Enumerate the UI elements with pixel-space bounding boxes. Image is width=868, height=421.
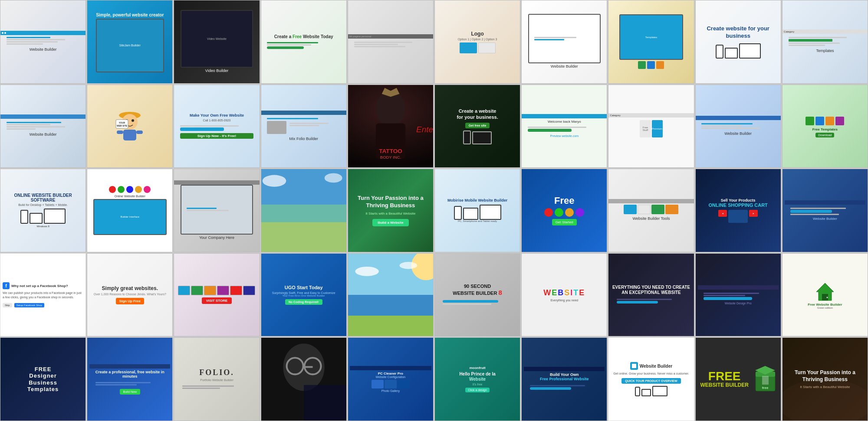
passion-main-title2: Thriving Business — [366, 202, 415, 209]
grid-cell-r4c1[interactable]: f Why not set up a Facebook Shop? We can… — [0, 253, 86, 337]
cell-label-r1c3: Video Builder — [204, 68, 229, 74]
svg-text:free: free — [762, 386, 768, 390]
cell-label-r1c7: Website Builder — [550, 63, 579, 69]
grid-cell-r4c7-website3d[interactable]: WEBSITE Everything you need — [521, 253, 607, 337]
svg-rect-5 — [123, 130, 136, 140]
cell-label-r1c6: Logo — [470, 30, 484, 38]
grid-cell-r1c8[interactable]: Templates — [608, 0, 694, 84]
passion-main-sub: It Starts with a Beautiful Website — [365, 212, 415, 215]
online-wb-title: ONLINE WEBSITE BUILDER SOFTWARE — [3, 193, 83, 202]
grid-cell-r3c1[interactable]: ONLINE WEBSITE BUILDER SOFTWARE Build fo… — [0, 169, 86, 252]
svg-text:YOUR: YOUR — [119, 121, 125, 124]
svg-rect-37 — [304, 385, 346, 421]
website-3d-text: WEBSITE — [543, 288, 585, 297]
svg-rect-24 — [348, 316, 433, 336]
grid-cell-r2c7[interactable]: Welcome back Maryo Preview website.com — [521, 85, 607, 168]
cell-label-r2c10: Free Templates — [812, 127, 838, 131]
grid-cell-r1c10[interactable]: Category Templates — [782, 0, 868, 84]
svg-rect-35 — [303, 366, 312, 368]
grid-cell-r2c2[interactable]: YOUR WEB SITE — [87, 85, 173, 168]
cell-label-r2c9: Website Builder — [723, 131, 753, 137]
grid-cell-r2c3[interactable]: Make Your Own Free Website Call 1-800-80… — [174, 85, 260, 168]
cell-label-r3c8: Website Builder Tools — [631, 215, 671, 222]
grid-cell-r5c1-free-designer[interactable]: FREE Designer Business Templates — [0, 337, 86, 421]
grid-cell-r2c1[interactable]: Website Builder — [0, 85, 86, 168]
grid-cell-r5c9-free-wb[interactable]: FREE WEBSITE BUILDER free — [695, 337, 781, 421]
folio-sub: Portfolio Website Builder — [200, 379, 233, 382]
grid-cell-r5c10-turn-passion[interactable]: Turn Your Passion into a Thriving Busine… — [782, 337, 868, 421]
wb-desc: Get online. Grow your business. Never mi… — [613, 372, 689, 376]
free-designer-title: FREE Designer Business Templates — [27, 366, 59, 393]
grid-cell-r3c9[interactable]: Sell Your Products ONLINE SHOPPING CART … — [695, 169, 781, 252]
grid-cell-r4c9[interactable]: Website Design Pro — [695, 253, 781, 337]
beach-image — [348, 254, 433, 336]
grid-cell-r3c6[interactable]: Mobirise Mobile Website Builder PC, Smar… — [434, 169, 520, 252]
grid-cell-r2c8[interactable]: Category Free Stuff Premium — [608, 85, 694, 168]
grid-cell-r1c5[interactable]: Mi pagina personal — [348, 0, 434, 84]
website-3d-sub: Everything you need — [550, 299, 578, 302]
grid-cell-r5c5[interactable]: PC Cleaner Pro Website Configuration Pho… — [348, 337, 434, 421]
builder-mascot: YOUR WEB SITE — [112, 107, 147, 146]
grid-cell-r3c5-passion[interactable]: Turn Your Passion into a Thriving Busine… — [348, 169, 434, 252]
cell-label-r2c6: Create a websitefor your business. — [457, 108, 498, 121]
grid-cell-r1c7[interactable]: Website Builder — [521, 0, 607, 84]
cell-label-r5c2: Create a professional, free website in m… — [89, 370, 170, 379]
grid-cell-r5c7[interactable]: Build Your Own Free Professional Website — [521, 337, 607, 421]
grid-cell-r2c4[interactable]: Mix Folio Builder — [261, 85, 347, 168]
grid-cell-r1c2[interactable]: Simple, powerful website creator SiteJam… — [87, 0, 173, 84]
builder-box-icon: free — [753, 365, 777, 393]
grid-cell-r3c4[interactable]: CREATE A FREE WEBSITE — [261, 169, 347, 252]
svg-point-21 — [324, 173, 342, 183]
svg-point-26 — [355, 267, 378, 276]
grid-cell-r4c3[interactable]: VISIT STORE — [174, 253, 260, 337]
grid-cell-r4c8[interactable]: EVERYTHING YOU NEED TO CREATE AN EXCEPTI… — [608, 253, 694, 337]
grid-cell-r2c6[interactable]: Create a websitefor your business. Get f… — [434, 85, 520, 168]
moonfruit-logo: moonfruit — [469, 366, 485, 370]
grid-cell-r3c8[interactable]: Website Builder Tools — [608, 169, 694, 252]
svg-point-20 — [262, 175, 286, 187]
turn-passion-sub: It Starts with a Beautiful Website — [795, 385, 855, 389]
grid-cell-r2c10[interactable]: Free Templates Download — [782, 85, 868, 168]
grid-cell-r3c3[interactable]: Your Company Here — [174, 169, 260, 252]
cell-label-r1c2: Simple, powerful website creator — [95, 11, 165, 19]
grid-cell-r3c7[interactable]: Free Get Started — [521, 169, 607, 252]
turn-passion-title: Turn Your Passion into a — [795, 369, 855, 376]
grid-cell-r1c1[interactable]: Website Builder — [0, 0, 86, 84]
builder90-title: 90 SECOND — [464, 284, 491, 289]
cell-label-r3c9: Sell Your Products — [721, 198, 756, 202]
grid-cell-r1c6[interactable]: Logo Option 1 | Option 2 | Option 3 — [434, 0, 520, 84]
grid-cell-r4c4[interactable]: UGO Start Today Surprisingly Swift, Free… — [261, 253, 347, 337]
grid-cell-r4c6[interactable]: 90 SECOND WEBSITE BUILDER 8 — [434, 253, 520, 337]
online-wb-sub: Build for Desktop + Tablets + Mobile. — [18, 203, 68, 206]
cell-label-r3c3: Your Company Here — [198, 235, 235, 241]
grid-cell-r5c8-wb[interactable]: Website Builder Get online. Grow your bu… — [608, 337, 694, 421]
svg-text:WEB SITE: WEB SITE — [117, 124, 128, 127]
free-label: FREE — [708, 370, 741, 382]
grid-cell-r2c9[interactable]: Website Builder — [695, 85, 781, 168]
cell-label-r3c10: Website Builder — [813, 217, 837, 221]
grid-cell-r4c2[interactable]: Simply great websites. Over 1,000 Reason… — [87, 253, 173, 337]
grid-cell-r5c6[interactable]: moonfruit Hello Prince de la Website It'… — [434, 337, 520, 421]
passion-main-title: Turn Your Passion into a — [358, 195, 424, 202]
grid-cell-r3c10[interactable]: Website Builder — [782, 169, 868, 252]
grid-cell-r5c4[interactable] — [261, 337, 347, 421]
cell-label-r2c3: Make Your Own Free Website — [188, 112, 245, 119]
dark-photo — [261, 338, 346, 421]
svg-point-30 — [826, 297, 828, 298]
grid-cell-r1c9[interactable]: Create website for your business — [695, 0, 781, 84]
build-free-title: Build Your Own — [550, 372, 579, 377]
svg-rect-6 — [117, 131, 123, 134]
grid-cell-r3c2[interactable]: Online Website Builder Builder Interface — [87, 169, 173, 252]
grid-cell-r2c5-tattoo[interactable]: TATTOO BODY INC. Enter — [348, 85, 434, 168]
grid-cell-r4c5-beach[interactable] — [348, 253, 434, 337]
grid-cell-r4c10[interactable]: Free Website Builder Green edition — [782, 253, 868, 337]
svg-text:TATTOO: TATTOO — [379, 147, 402, 154]
grid-cell-r5c3[interactable]: FOLIO. Portfolio Website Builder — [174, 337, 260, 421]
visit-store-btn: VISIT STORE — [202, 297, 232, 304]
grid-cell-r1c3[interactable]: Video Website Video Builder — [174, 0, 260, 84]
svg-point-4 — [132, 119, 134, 122]
ugo-title: UGO Start Today — [285, 285, 323, 290]
grid-cell-r5c2[interactable]: Create a professional, free website in m… — [87, 337, 173, 421]
grid-cell-r1c4[interactable]: Create a Free Website Today — [261, 0, 347, 84]
facebook-logo-icon: f — [3, 282, 10, 289]
